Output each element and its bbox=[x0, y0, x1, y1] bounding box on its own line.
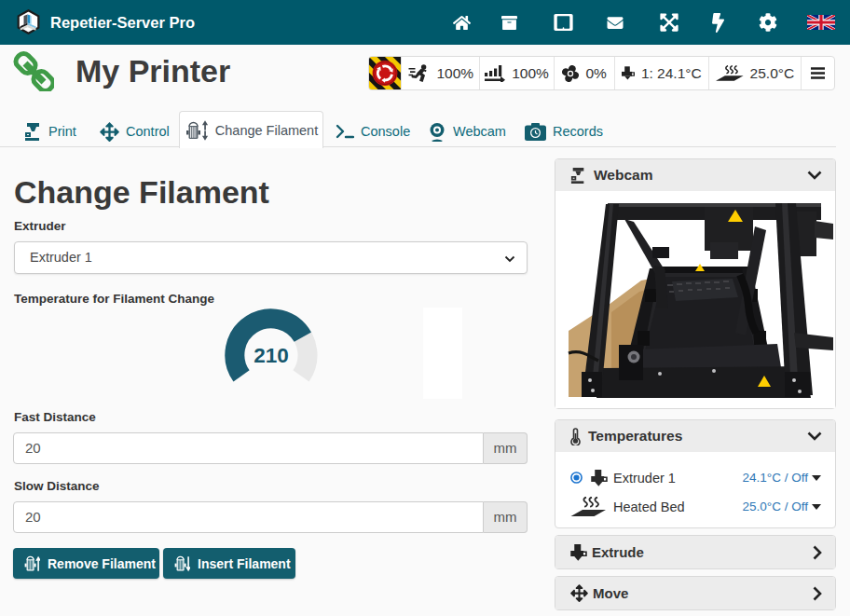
svg-text:210: 210 bbox=[254, 344, 289, 367]
